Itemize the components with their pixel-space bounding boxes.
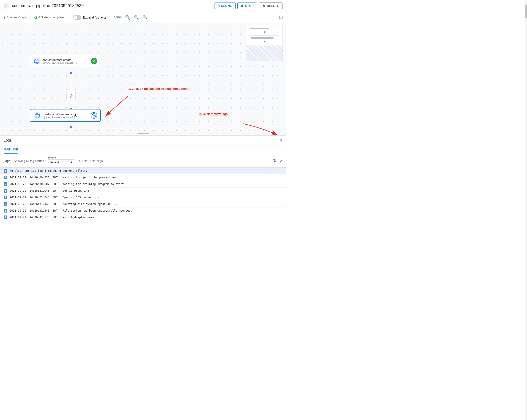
log-icon-2: i (4, 182, 7, 186)
node1-title: tabulardataset-create (43, 58, 88, 62)
back-button[interactable]: ← (4, 3, 9, 9)
minimap-content (246, 25, 283, 46)
logs-tabs: MAIN JOB (0, 145, 286, 154)
log-text: No older entries found matching current … (10, 169, 88, 172)
steps-completed: ◕ 1/3 steps completed (34, 15, 65, 20)
node2-subtitle: gcr.io/...line-components:0.1.6 (44, 116, 88, 119)
node1-icon (33, 57, 41, 65)
svg-point-3 (70, 72, 72, 75)
log-entries: i No older entries found matching curren… (0, 168, 286, 220)
toggle-switch[interactable] (73, 15, 81, 20)
header: ← custom-train-pipeline-20210929182539 ⎘… (0, 0, 286, 12)
filter-button[interactable]: ≡ Filter (79, 159, 128, 162)
node2-title: customcontainertrainingj... (44, 112, 88, 116)
header-actions: ⎘ CLONE ⏹ STOP 🗑 DELETE (214, 2, 283, 9)
stop-icon: ⏹ (241, 4, 244, 8)
log-icon-info: i (4, 169, 7, 173)
zoom-out-button[interactable]: 🔍 (134, 15, 139, 20)
log-text-5: 2021-09-29 14:26:31.343 EDT Mounting fil… (10, 203, 117, 206)
canvas-resize-handle[interactable] (138, 133, 149, 134)
log-text-3: 2021-09-29 14:26:31.045 EDT Job is prepa… (10, 189, 91, 192)
minimap-bar-2 (250, 35, 279, 36)
log-entry-2: i 2021-09-29 14:26:30.607 EDT Waiting fo… (0, 181, 286, 188)
grid-icon: ⋣ (69, 93, 73, 98)
minimap-stripe (246, 45, 283, 61)
pipeline-node-1[interactable]: tabulardataset-create gcr.io/...line-com… (30, 55, 101, 67)
logs-count: Showing 55 log entries (14, 159, 44, 162)
minimap[interactable] (246, 25, 283, 61)
pipeline-node-2[interactable]: customcontainertrainingj... gcr.io/...li… (30, 109, 101, 122)
intermediate-node[interactable]: ⋣ (66, 91, 76, 100)
log-entry-4: i 2021-09-29 14:26:31.343 EDT Opening GC… (0, 194, 286, 201)
expand-logs-button[interactable]: ⬇ (279, 138, 283, 143)
logs-label: Logs (4, 159, 10, 162)
svg-marker-9 (93, 115, 95, 116)
logs-toolbar: Logs Showing 55 log entries Severity Def… (0, 154, 286, 168)
delete-icon: 🗑 (262, 4, 265, 8)
zoom-level: 100% (114, 16, 121, 19)
log-icon-5: i (4, 202, 7, 206)
log-icon-1: i (4, 176, 7, 179)
log-icon-6: i (4, 209, 7, 213)
delete-button[interactable]: 🗑 DELETE (259, 2, 283, 9)
minimap-dot-1 (264, 31, 265, 33)
log-entry-3: i 2021-09-29 14:26:31.045 EDT Job is pre… (0, 188, 286, 194)
runtime-graph-button[interactable]: ℹ Runtime Graph (4, 15, 27, 20)
severity-filter: Severity Default ▼ (48, 156, 75, 165)
expand-artifacts-toggle[interactable]: Expand Artifacts (73, 15, 106, 20)
tab-main-job[interactable]: MAIN JOB (4, 145, 18, 154)
pipeline-canvas[interactable]: tabulardataset-create gcr.io/...line-com… (0, 23, 286, 135)
minimap-bar-1 (250, 28, 269, 29)
stop-button[interactable]: ⏹ STOP (237, 2, 257, 9)
log-entry-no-older: i No older entries found matching curren… (0, 168, 286, 174)
logs-section: Logs ⬇ MAIN JOB Logs Showing 55 log entr… (0, 135, 286, 220)
severity-dropdown[interactable]: Default ▼ (48, 159, 75, 165)
annotation-2: 2. Click to view logs (199, 112, 228, 116)
refresh-icon[interactable]: ↻ (273, 158, 276, 163)
external-link-icon[interactable]: ↗ (279, 158, 283, 163)
logs-header: Logs ⬇ (0, 136, 286, 145)
node2-status (91, 112, 97, 119)
filter-input[interactable] (90, 159, 128, 162)
divider3 (110, 15, 110, 20)
severity-label: Severity (48, 156, 75, 159)
node2-icon (33, 112, 41, 119)
main-area: tabulardataset-create gcr.io/...line-com… (0, 23, 286, 220)
log-text-6: 2021-09-29 14:26:31.345 EDT File system … (10, 209, 132, 212)
sidebar-toggle-icon[interactable]: ☐ (279, 15, 283, 20)
node2-info: customcontainertrainingj... gcr.io/...li… (44, 112, 88, 119)
log-entry-5: i 2021-09-29 14:26:31.343 EDT Mounting f… (0, 201, 286, 207)
logs-actions: ↻ ↗ (273, 158, 283, 163)
filter-icon: ≡ (79, 159, 81, 162)
log-text-2: 2021-09-29 14:26:30.607 EDT Waiting for … (10, 183, 126, 186)
minimap-dot-2 (264, 41, 265, 42)
clone-button[interactable]: ⎘ CLONE (214, 2, 236, 9)
minimap-viewport (246, 45, 283, 61)
dropdown-chevron-icon: ▼ (70, 161, 73, 164)
annotation-1: 1. Click on the custom training componen… (128, 87, 188, 90)
divider (30, 15, 31, 20)
log-entry-7: i 2021-09-29 14:26:42.578 EDT --init.dis… (0, 214, 286, 220)
log-text-7: 2021-09-29 14:26:42.578 EDT --init.displ… (10, 216, 94, 219)
divider2 (69, 15, 69, 20)
info-icon: ℹ (4, 15, 5, 20)
log-icon-4: i (4, 195, 7, 199)
page-title: custom-train-pipeline-20210929182539 (12, 3, 214, 8)
node1-info: tabulardataset-create gcr.io/...line-com… (43, 58, 88, 64)
log-entry-1: i 2021-09-29 14:26:30.333 EDT Waiting fo… (0, 174, 286, 181)
progress-icon: ◕ (34, 15, 37, 20)
logs-title: Logs (4, 138, 279, 142)
log-entry-6: i 2021-09-29 14:26:31.345 EDT File syste… (0, 207, 286, 214)
toolbar: ℹ Runtime Graph ◕ 1/3 steps completed Ex… (0, 12, 286, 23)
log-icon-7: i (4, 215, 7, 219)
node1-subtitle: gcr.io/...line-components:0.1.6 (43, 62, 88, 64)
node1-status: ✓ (91, 58, 97, 64)
clone-icon: ⎘ (218, 4, 220, 8)
toolbar-right: ☐ (279, 15, 283, 20)
zoom-in-button[interactable]: 🔍 (125, 15, 130, 20)
log-text-4: 2021-09-29 14:26:31.343 EDT Opening GCS … (10, 196, 104, 199)
log-icon-3: i (4, 189, 7, 193)
log-text-1: 2021-09-29 14:26:30.333 EDT Waiting for … (10, 176, 119, 179)
zoom-reset-button[interactable]: 🔍 (143, 15, 148, 20)
minimap-bar-3 (251, 37, 274, 39)
